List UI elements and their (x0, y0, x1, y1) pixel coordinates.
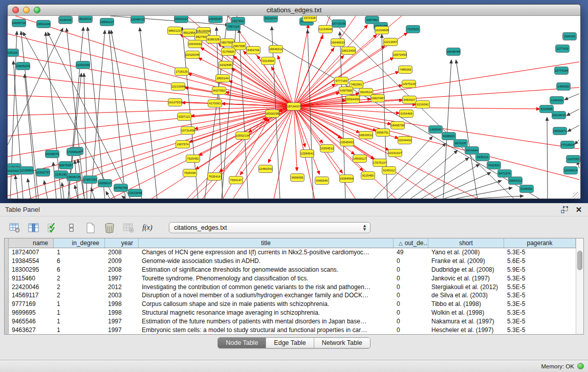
graph-node[interactable]: 6497568 (339, 87, 353, 95)
graph-node[interactable]: 6216042 (416, 101, 430, 108)
hub-node[interactable]: 18724007 (287, 103, 301, 111)
graph-node[interactable]: 10654112 (509, 177, 522, 185)
minimize-button[interactable] (23, 7, 30, 13)
table-row[interactable]: 946554611997Estimation of the future num… (9, 317, 576, 325)
graph-node[interactable]: 19613493 (342, 47, 356, 55)
graph-node[interactable]: 8912954 (183, 29, 197, 37)
graph-node[interactable]: 1145190 (54, 171, 68, 179)
graph-node[interactable]: 8996751 (376, 129, 390, 137)
close-button[interactable] (12, 7, 19, 13)
graph-node[interactable]: 11544491 (398, 137, 412, 144)
graph-node[interactable]: 16154808 (375, 27, 389, 34)
table-row[interactable]: 1456911722003Disruption of a novel membe… (9, 291, 576, 300)
graph-node[interactable]: 7632621 (487, 162, 501, 169)
tab-edge-table[interactable]: Edge Table (266, 338, 314, 348)
table-row[interactable]: 1830029562008Estimation of significance … (9, 266, 576, 274)
graph-node[interactable]: 12342757 (36, 169, 51, 177)
graph-node[interactable]: 16210643 (552, 112, 567, 119)
graph-node[interactable]: 2035105 (8, 49, 19, 57)
graph-node[interactable]: 6879197 (454, 140, 468, 147)
graph-node[interactable]: 9245652 (520, 185, 534, 193)
table-row[interactable]: 969969511998Structural magnetic resonanc… (9, 309, 576, 317)
tab-network-table[interactable]: Network Table (314, 338, 370, 348)
graph-node[interactable]: 1494530 (557, 83, 571, 91)
graph-node[interactable]: 9465546 (315, 177, 329, 185)
table-row[interactable]: 946362711997Embryonic stem cells: a mode… (9, 325, 576, 334)
graph-node[interactable]: 2935114 (476, 154, 490, 161)
graph-node[interactable]: 10973493 (393, 51, 407, 59)
graph-node[interactable]: 9307121 (178, 113, 191, 121)
graph-node[interactable]: 8215958 (540, 105, 554, 113)
graph-node[interactable]: 12923448 (128, 189, 143, 197)
graph-node[interactable]: 10807487 (371, 95, 385, 102)
graph-node[interactable]: 1572318 (303, 16, 317, 22)
graph-node[interactable]: 12213369 (171, 83, 186, 91)
column-header-short[interactable]: short (428, 238, 504, 248)
graph-node[interactable]: 7957224 (227, 23, 241, 31)
graph-node[interactable]: 3175605 (222, 48, 235, 56)
graph-node[interactable]: 9314504 (262, 57, 275, 65)
graph-node[interactable]: 16648784 (447, 48, 461, 56)
graph-node[interactable]: 17359928 (67, 148, 81, 156)
tab-node-table[interactable]: Node Table (218, 338, 266, 348)
graph-node[interactable]: 7485063 (399, 66, 412, 74)
resize-grip[interactable] (573, 192, 580, 199)
graph-node[interactable]: 16782759 (114, 184, 128, 192)
column-header-name[interactable]: name (9, 238, 54, 248)
citation-network-graph[interactable]: 2405572620691406913602685265161686012712… (8, 16, 580, 199)
graph-node[interactable]: 8186328 (207, 36, 221, 43)
graph-node[interactable]: 8313074 (264, 16, 278, 23)
table-row[interactable]: 977716911998Corpus callosum shape and si… (9, 300, 576, 309)
graph-node[interactable]: 1107533 (567, 156, 580, 163)
graph-node[interactable]: 16640910 (331, 39, 345, 47)
attribute-table-settings-icon[interactable] (8, 222, 21, 234)
graph-node[interactable]: 1907574 (176, 141, 190, 148)
graph-node[interactable]: 1244419 (550, 97, 564, 104)
graph-node[interactable]: 12548713 (131, 16, 145, 24)
graph-node[interactable]: 3915941 (8, 167, 20, 175)
graph-node[interactable]: 90975487 (59, 162, 74, 169)
graph-node[interactable]: 9154469 (400, 110, 413, 118)
column-header-title[interactable]: title (139, 238, 394, 248)
graph-node[interactable]: 6938923 (442, 133, 456, 140)
graph-node[interactable]: 20605203 (16, 62, 31, 70)
graph-node[interactable]: 18495756 (391, 122, 405, 129)
delete-table-icon[interactable] (103, 222, 116, 234)
table-row[interactable]: 1938455462009Genome-wide association stu… (9, 257, 576, 266)
table-row[interactable]: 1872400712008Changes of HCN gene express… (9, 248, 576, 257)
graph-node[interactable]: 18300295 (266, 110, 280, 118)
graph-node[interactable]: 12584541 (300, 150, 315, 158)
graph-node[interactable]: 13545451 (340, 139, 355, 146)
graph-node[interactable]: 12213967 (384, 38, 398, 46)
graph-node[interactable]: 15692971 (553, 127, 568, 135)
column-header-year[interactable]: year (105, 238, 139, 248)
column-header-in_degree[interactable]: in_degree (54, 238, 105, 248)
graph-node[interactable]: 12481541 (259, 165, 273, 173)
graph-node[interactable]: 17575107 (373, 159, 387, 167)
graph-node[interactable]: 4170061 (208, 100, 222, 107)
graph-node[interactable]: 20691406 (37, 20, 51, 28)
graph-node[interactable]: 9860123 (168, 27, 182, 35)
graph-node[interactable]: 9463627 (403, 96, 417, 104)
graph-node[interactable]: 10161027 (388, 149, 403, 157)
graph-node[interactable]: 9245012 (382, 167, 396, 174)
column-header-pagerank[interactable]: pagerank (504, 238, 576, 248)
graph-node[interactable]: 9115460 (361, 172, 375, 180)
network-window[interactable]: citations_edges.txt 24055726206914069136… (7, 4, 581, 199)
graph-node[interactable]: 21053346 (76, 61, 91, 69)
graph-node[interactable]: 2803144 (216, 75, 230, 82)
scrollbar-thumb[interactable] (577, 251, 582, 270)
graph-node[interactable]: 16958107 (98, 180, 113, 187)
function-builder-icon[interactable]: f(x) (141, 222, 154, 234)
float-window-icon[interactable] (560, 206, 569, 214)
graph-node[interactable]: 19354512 (320, 145, 335, 152)
graph-node[interactable]: 24055726 (12, 19, 27, 27)
graph-node[interactable]: 12774164 (555, 67, 569, 75)
graph-node[interactable]: 10552134 (236, 132, 250, 140)
show-column-icon[interactable] (27, 222, 40, 234)
graph-node[interactable]: 3624514 (359, 89, 373, 96)
graph-node[interactable]: 16107553 (168, 99, 183, 106)
graph-node[interactable]: 2718129 (175, 68, 189, 76)
table-row[interactable]: 911546021997Tourette syndrome. Phenomeno… (9, 274, 576, 282)
select-rows-icon[interactable] (65, 222, 78, 234)
